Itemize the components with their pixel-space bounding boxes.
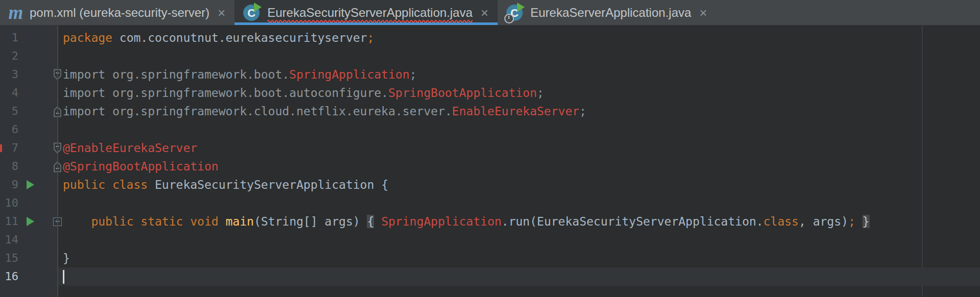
line-number: 3 <box>0 65 18 84</box>
code-text[interactable]: import org.springframework.boot.SpringAp… <box>63 65 416 84</box>
gutter-cell: 7 <box>0 139 58 157</box>
ide-window: mpom.xml (eureka-security-server)×CEurek… <box>0 0 980 297</box>
token-kw: public static void <box>91 215 225 228</box>
token-muted: import org.springframework.cloud.netflix… <box>63 105 452 118</box>
line-number: 16 <box>0 267 18 286</box>
run-line-icon[interactable] <box>27 217 34 226</box>
token-plain <box>855 215 862 228</box>
token-plain: com.coconutnut.eurekasecurityserver <box>112 31 367 44</box>
code-text[interactable]: public static void main(String[] args) {… <box>63 212 870 231</box>
token-err: EnableEurekaServer <box>452 105 579 118</box>
token-plain: (String[] args) <box>254 215 367 228</box>
token-plain: .run(EurekaSecurityServerApplication. <box>502 215 763 228</box>
gutter-cell: 8 <box>0 157 58 176</box>
code-line-7: 7@EnableEurekaServer <box>0 139 980 157</box>
token-err: @SpringBootApplication <box>63 160 219 173</box>
token-method: main <box>226 215 254 228</box>
token-plain: EurekaSecurityServerApplication { <box>148 178 388 191</box>
maven-icon: m <box>8 4 24 22</box>
code-line-4: 4import org.springframework.boot.autocon… <box>0 84 980 102</box>
line-number: 6 <box>0 120 18 139</box>
token-plain <box>63 215 91 228</box>
token-plain: , args) <box>799 215 848 228</box>
close-icon[interactable]: × <box>218 6 225 19</box>
token-muted: import org.springframework.boot. <box>63 68 289 81</box>
close-icon[interactable]: × <box>699 6 707 19</box>
code-text[interactable]: @SpringBootApplication <box>63 157 219 176</box>
tab-eurekasecurityserverapplication-java[interactable]: CEurekaSecurityServerApplication.java× <box>235 0 498 25</box>
java-class-run-config-icon: C <box>506 4 524 22</box>
gutter-cell: 1 <box>0 29 58 47</box>
run-overlay-icon <box>254 3 262 12</box>
code-line-2: 2 <box>0 47 980 65</box>
code-text[interactable]: } <box>63 249 70 267</box>
gutter-cell: 4 <box>0 84 58 102</box>
token-muted: ; <box>579 105 587 118</box>
gutter-cell: 10 <box>0 194 58 212</box>
token-kw: ; <box>367 31 374 44</box>
token-plain: } <box>63 252 70 265</box>
code-line-6: 6 <box>0 120 980 139</box>
token-kw: public class <box>63 178 148 191</box>
code-editor: 1package com.coconutnut.eurekasecurityse… <box>0 26 980 297</box>
tab-label: EurekaSecurityServerApplication.java <box>267 6 473 20</box>
run-line-icon[interactable] <box>27 180 34 189</box>
code-text[interactable]: import org.springframework.cloud.netflix… <box>63 102 587 120</box>
token-muted: import org.springframework.boot.autoconf… <box>63 86 388 100</box>
line-number: 9 <box>0 176 18 194</box>
token-kw: package <box>63 31 112 44</box>
gutter-cell: 6 <box>0 120 58 139</box>
token-err: SpringBootApplication <box>388 86 537 100</box>
editor-tab-bar: mpom.xml (eureka-security-server)×CEurek… <box>0 0 980 26</box>
gutter-cell: 3 <box>0 65 58 84</box>
run-config-badge-icon <box>504 14 514 23</box>
tab-pom-xml-eureka-security-server[interactable]: mpom.xml (eureka-security-server)× <box>0 0 235 25</box>
code-line-1: 1package com.coconutnut.eurekasecurityse… <box>0 29 980 47</box>
gutter-separator <box>57 26 58 297</box>
token-err: SpringApplication <box>289 68 409 81</box>
code-line-16: 16 <box>0 267 980 286</box>
code-line-15: 15} <box>0 249 980 267</box>
java-class-run-icon: C <box>243 4 261 22</box>
token-err: SpringApplication <box>381 215 501 228</box>
line-number: 2 <box>0 47 18 65</box>
code-text[interactable]: package com.coconutnut.eurekasecurityser… <box>63 29 374 47</box>
line-number: 10 <box>0 194 18 212</box>
code-text[interactable]: import org.springframework.boot.autoconf… <box>63 84 544 102</box>
token-muted: ; <box>410 68 417 81</box>
line-number: 8 <box>0 157 18 176</box>
token-err: @EnableEurekaServer <box>63 141 197 155</box>
tab-label: EurekaServerApplication.java <box>530 6 691 20</box>
token-muted: ; <box>537 86 544 100</box>
tab-eurekaserverapplication-java[interactable]: CEurekaServerApplication.java× <box>498 0 716 25</box>
code-lines: 1package com.coconutnut.eurekasecurityse… <box>0 29 980 286</box>
gutter-cell: 15 <box>0 249 58 267</box>
code-line-3: 3import org.springframework.boot.SpringA… <box>0 65 980 84</box>
gutter-cell: 14 <box>0 231 58 249</box>
line-number: 14 <box>0 231 18 249</box>
code-line-8: 8@SpringBootApplication <box>0 157 980 176</box>
line-number: 1 <box>0 29 18 47</box>
code-line-10: 10 <box>0 194 980 212</box>
gutter-cell: 9 <box>0 176 58 194</box>
typo-squiggle <box>267 19 473 23</box>
code-text[interactable] <box>63 267 64 286</box>
code-text[interactable]: @EnableEurekaServer <box>63 139 197 157</box>
gutter-cell: 2 <box>0 47 58 65</box>
line-number: 15 <box>0 249 18 267</box>
line-number: 11 <box>0 212 18 231</box>
code-line-5: 5import org.springframework.cloud.netfli… <box>0 102 980 120</box>
run-overlay-icon <box>517 3 525 12</box>
close-icon[interactable]: × <box>481 6 488 19</box>
token-foldbrace: } <box>862 215 870 228</box>
line-number: 4 <box>0 84 18 102</box>
gutter-cell: 5 <box>0 102 58 120</box>
gutter-cell: 16 <box>0 267 58 286</box>
line-number: 5 <box>0 102 18 120</box>
tab-label: pom.xml (eureka-security-server) <box>30 6 209 20</box>
token-foldbrace: { <box>367 215 374 228</box>
gutter-cell: 11+ <box>0 212 58 231</box>
token-plain <box>374 215 381 228</box>
token-kw: ; <box>848 215 855 228</box>
code-text[interactable]: public class EurekaSecurityServerApplica… <box>63 176 388 194</box>
